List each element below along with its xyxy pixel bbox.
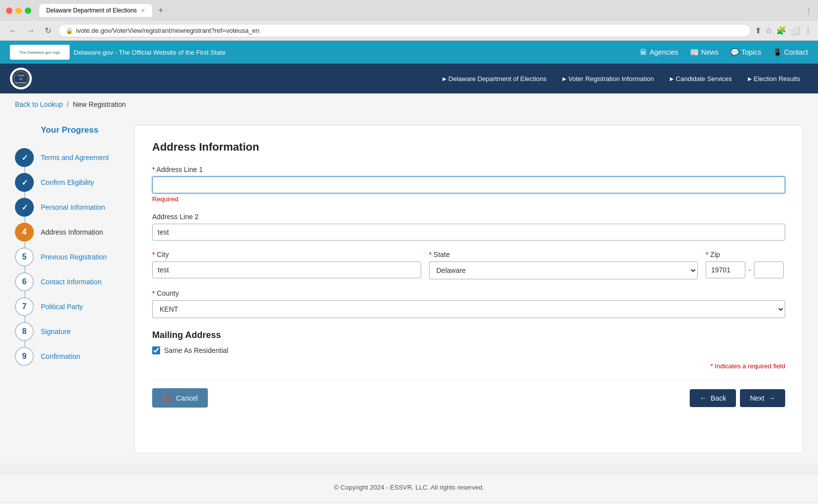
- browser-menu-button[interactable]: ⋮: [806, 7, 812, 14]
- refresh-button[interactable]: ↻: [42, 25, 54, 36]
- back-to-lookup-link[interactable]: Back to Lookup: [15, 100, 63, 108]
- new-tab-button[interactable]: +: [158, 5, 164, 16]
- step-8-circle: 8: [15, 322, 34, 341]
- step-6-circle: 6: [15, 272, 34, 291]
- progress-sidebar: Your Progress ✓ Terms and Agreement ✓ Co…: [15, 125, 124, 453]
- back-button[interactable]: ←: [6, 25, 20, 36]
- address-line1-label: Address Line 1: [152, 166, 785, 173]
- progress-step-5: 5 Previous Registration: [15, 245, 124, 269]
- agencies-icon: 🏛: [640, 48, 647, 56]
- elections-label: Delaware Department of Elections: [449, 75, 546, 83]
- step-4-label: Address Information: [41, 228, 103, 236]
- svg-text:DELAWARE: DELAWARE: [15, 82, 26, 84]
- browser-tab[interactable]: Delaware Department of Elections ✕: [39, 4, 152, 17]
- next-label: Next: [750, 394, 764, 402]
- tab-close-button[interactable]: ✕: [141, 7, 145, 14]
- header-nav: STATE OF DELAWARE ▶ Delaware Department …: [0, 64, 818, 93]
- cancel-label: Cancel: [176, 394, 198, 402]
- next-button[interactable]: Next →: [740, 389, 785, 407]
- nav-topics[interactable]: 💬 Topics: [730, 48, 761, 56]
- city-col: City: [152, 251, 421, 279]
- bookmark-icon[interactable]: ☆: [765, 26, 772, 35]
- step-9-number: 9: [22, 352, 27, 361]
- address-line2-input[interactable]: [152, 224, 785, 241]
- state-select[interactable]: Delaware Alabama Alaska Arizona: [429, 261, 698, 279]
- required-note-text: Indicates a required field: [715, 362, 785, 370]
- header-nav-results[interactable]: ▶ Election Results: [740, 65, 808, 92]
- header-logo: STATE OF DELAWARE: [10, 64, 32, 93]
- address-line2-label: Address Line 2: [152, 213, 785, 221]
- progress-step-7: 7 Political Party: [15, 294, 124, 319]
- form-footer: 🚫 Cancel ← Back Next →: [152, 380, 785, 408]
- mailing-address-section: Mailing Address Same As Residential: [152, 330, 785, 354]
- step-1-circle: ✓: [15, 148, 34, 167]
- top-nav: 🏛 Agencies 📰 News 💬 Topics 📱 Contact: [640, 48, 808, 56]
- zip-input[interactable]: [706, 261, 745, 278]
- step-1-label: Terms and Agreement: [41, 154, 109, 162]
- form-title: Address Information: [152, 141, 785, 154]
- extensions-icon[interactable]: 🧩: [776, 26, 786, 35]
- step-4-circle: 4: [15, 223, 34, 242]
- address-line1-input[interactable]: [152, 176, 785, 193]
- city-state-zip-row: City State Delaware Alabama Alaska Arizo…: [152, 251, 785, 279]
- same-as-residential-checkbox[interactable]: [152, 346, 160, 354]
- progress-step-8: 8 Signature: [15, 319, 124, 344]
- maximize-window-button[interactable]: [25, 7, 31, 14]
- zip-label: Zip: [706, 251, 785, 258]
- city-input[interactable]: [152, 261, 421, 278]
- state-col: State Delaware Alabama Alaska Arizona: [429, 251, 698, 279]
- logo-alt-text: The Delaware.gov logo: [19, 50, 60, 55]
- back-button[interactable]: ← Back: [690, 389, 736, 407]
- forward-button[interactable]: →: [24, 25, 38, 36]
- topics-label: Topics: [741, 48, 761, 56]
- step-6-number: 6: [22, 277, 27, 286]
- header-nav-elections[interactable]: ▶ Delaware Department of Elections: [435, 65, 554, 92]
- progress-step-9: 9 Confirmation: [15, 344, 124, 369]
- topics-icon: 💬: [730, 48, 739, 56]
- close-window-button[interactable]: [6, 7, 12, 14]
- mailing-title: Mailing Address: [152, 330, 785, 340]
- share-icon[interactable]: ⬆: [755, 26, 761, 35]
- back-label: Back: [711, 394, 726, 402]
- step-7-number: 7: [22, 302, 27, 311]
- county-section: County KENT NEW CASTLE SUSSEX: [152, 289, 785, 318]
- candidate-label: Candidate Services: [676, 75, 732, 83]
- step-6-label: Contact Information: [41, 278, 101, 286]
- county-select[interactable]: KENT NEW CASTLE SUSSEX: [152, 300, 785, 318]
- voter-reg-label: Voter Registration Information: [568, 75, 654, 83]
- address-line1-section: Address Line 1 Required: [152, 166, 785, 203]
- main-content: Your Progress ✓ Terms and Agreement ✓ Co…: [0, 115, 818, 463]
- progress-steps: ✓ Terms and Agreement ✓ Confirm Eligibil…: [15, 145, 124, 369]
- contact-icon: 📱: [773, 48, 782, 56]
- step-3-circle: ✓: [15, 198, 34, 217]
- nav-agencies[interactable]: 🏛 Agencies: [640, 48, 678, 56]
- address-bar[interactable]: 🔒 ivote.de.gov/VoterView/registrant/newr…: [58, 24, 751, 37]
- state-seal-icon: STATE OF DELAWARE: [10, 68, 32, 89]
- browser-menu-dots[interactable]: ⋮: [804, 26, 812, 35]
- next-arrow-icon: →: [768, 394, 775, 402]
- svg-text:OF: OF: [19, 78, 23, 81]
- step-3-label: Personal Information: [41, 203, 105, 211]
- minimize-window-button[interactable]: [15, 7, 22, 14]
- navigation-buttons: ← Back Next →: [690, 389, 785, 407]
- agencies-label: Agencies: [649, 48, 678, 56]
- same-as-residential-label[interactable]: Same As Residential: [164, 346, 228, 354]
- arrow-icon: ▶: [748, 76, 752, 82]
- progress-step-4: 4 Address Information: [15, 220, 124, 245]
- svg-text:STATE: STATE: [17, 74, 25, 77]
- address-line1-error: Required: [152, 195, 785, 203]
- header-nav-voter-reg[interactable]: ▶ Voter Registration Information: [554, 65, 662, 92]
- zip-extension-input[interactable]: [754, 261, 784, 278]
- browser-chrome: Delaware Department of Elections ✕ + ⋮ ←…: [0, 0, 818, 41]
- cancel-button[interactable]: 🚫 Cancel: [152, 388, 208, 408]
- step-5-number: 5: [22, 252, 27, 261]
- arrow-icon: ▶: [562, 76, 566, 82]
- nav-news[interactable]: 📰 News: [690, 48, 719, 56]
- nav-contact[interactable]: 📱 Contact: [773, 48, 808, 56]
- profile-icon[interactable]: ⬜: [790, 26, 800, 35]
- header-nav-candidate[interactable]: ▶ Candidate Services: [662, 65, 740, 92]
- arrow-icon: ▶: [443, 76, 447, 82]
- browser-window-controls: [6, 7, 31, 14]
- news-label: News: [701, 48, 719, 56]
- county-label: County: [152, 289, 785, 297]
